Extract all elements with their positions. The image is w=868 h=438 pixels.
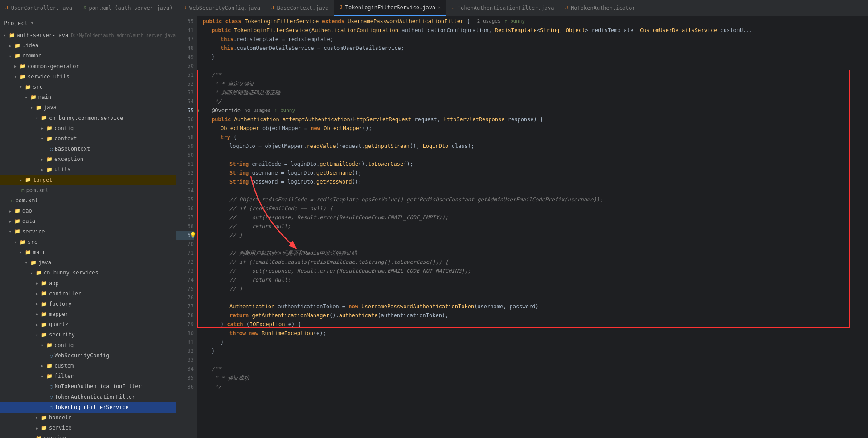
tab-bar: J UserController.java X pom.xml (auth-se… — [0, 0, 868, 16]
project-label: Project — [4, 20, 28, 26]
java-file-icon: ○ — [50, 383, 53, 391]
expand-arrow: ▶ — [9, 218, 14, 225]
expand-arrow: ▶ — [36, 311, 41, 317]
code-container[interactable]: 35 41 47 48 49 50 51 52 53 54 55 56 57 5… — [176, 16, 868, 438]
sidebar-item-service[interactable]: ▾ 📁 service — [0, 227, 176, 237]
sidebar-item-idea[interactable]: ▶ 📁 .idea — [0, 41, 176, 51]
code-line-57: ObjectMapper objectMapper = new ObjectMa… — [197, 124, 868, 133]
code-line-74: // return null; — [197, 275, 868, 284]
folder-icon: 📁 — [41, 331, 47, 339]
sidebar-item-service-outer[interactable]: ▶ 📁 service — [0, 433, 176, 438]
sidebar-item-pom-service-utils[interactable]: m pom.xml — [0, 185, 176, 196]
folder-icon: 📁 — [41, 414, 47, 422]
sidebar-item-websecurity-config[interactable]: ○ WebSecurityConfig — [0, 351, 176, 361]
expand-arrow: ▾ — [41, 373, 46, 380]
tab-usercontroller[interactable]: J UserController.java — [0, 0, 78, 16]
code-line-50 — [197, 61, 868, 70]
sidebar-item-main[interactable]: ▾ 📁 main — [0, 92, 176, 102]
folder-icon: 📁 — [41, 114, 47, 122]
code-line-78: return getAuthenticationManager().authen… — [197, 311, 868, 320]
tab-notokenauthenticator[interactable]: J NoTokenAuthenticator — [560, 0, 641, 16]
sidebar-item-token-auth-filter[interactable]: ○ TokenAuthenticationFilter — [0, 392, 176, 402]
expand-arrow: ▾ — [41, 342, 46, 348]
folder-icon: 📁 — [41, 424, 47, 432]
code-line-49: } — [197, 53, 868, 61]
sidebar-item-context[interactable]: ▾ 📁 context — [0, 134, 176, 144]
sidebar-item-main2[interactable]: ▾ 📁 main — [0, 247, 176, 258]
folder-icon: 📁 — [36, 104, 42, 112]
folder-icon: 📁 — [41, 290, 47, 298]
code-line-58: try { — [197, 133, 868, 142]
expand-arrow: ▾ — [20, 249, 25, 255]
tab-pom-auth[interactable]: X pom.xml (auth-server-java) — [78, 0, 178, 16]
sidebar-item-cn-bunny-common-service[interactable]: ▾ 📁 cn.bunny.common.service — [0, 113, 176, 123]
tab-tokenauthfilter[interactable]: J TokenAuthenticationFilter.java — [446, 0, 560, 16]
sidebar-item-filter[interactable]: ▾ 📁 filter — [0, 371, 176, 381]
sidebar-item-security[interactable]: ▾ 📁 security — [0, 330, 176, 340]
code-line-66: // if (redisEmailCode == null) { — [197, 204, 868, 213]
code-line-86: */ — [197, 382, 868, 391]
sidebar-item-custom[interactable]: ▶ 📁 custom — [0, 361, 176, 371]
expand-arrow: ▾ — [25, 94, 30, 101]
sidebar-item-config[interactable]: ▶ 📁 config — [0, 123, 176, 134]
sidebar-item-java2[interactable]: ▾ 📁 java — [0, 258, 176, 268]
sidebar-item-service-inner[interactable]: ▶ 📁 service — [0, 423, 176, 433]
code-line-84: /** — [197, 364, 868, 373]
java-icon: J — [271, 5, 274, 11]
sidebar-item-root[interactable]: ▾ 📁 auth-server-java D:\MyFolder\auth-ad… — [0, 30, 176, 41]
folder-icon: 📁 — [46, 362, 53, 370]
sidebar-item-common[interactable]: ▾ 📁 common — [0, 51, 176, 61]
folder-icon: 📁 — [25, 249, 31, 257]
sidebar-item-handelr[interactable]: ▶ 📁 handelr — [0, 413, 176, 423]
expand-arrow: ▾ — [36, 332, 41, 338]
tab-close-icon[interactable]: ✕ — [438, 5, 441, 10]
code-line-70 — [197, 240, 868, 249]
code-line-63: String password = loginDto.getPassword()… — [197, 177, 868, 186]
sidebar-item-pom-root[interactable]: m pom.xml — [0, 196, 176, 206]
folder-icon: 📁 — [46, 373, 53, 381]
code-editor[interactable]: public class TokenLoginFilterService ext… — [197, 16, 868, 438]
folder-icon: 📁 — [20, 238, 26, 246]
code-line-68: // return null; — [197, 222, 868, 231]
sidebar-item-target-service-utils[interactable]: ▶ 📁 target — [0, 175, 176, 185]
tab-websecurity[interactable]: J WebSecurityConfig.java — [178, 0, 266, 16]
sidebar-item-aop[interactable]: ▶ 📁 aop — [0, 278, 176, 289]
sidebar-item-utils[interactable]: ▶ 📁 utils — [0, 164, 176, 175]
sidebar-item-data[interactable]: ▶ 📁 data — [0, 216, 176, 226]
code-line-53: * 判断邮箱验证码是否正确 — [197, 88, 868, 97]
sidebar-item-src2[interactable]: ▾ 📁 src — [0, 237, 176, 247]
java-icon: J — [5, 5, 8, 11]
expand-arrow: ▶ — [41, 125, 46, 131]
expand-arrow: ▶ — [36, 414, 41, 421]
tab-basecontext[interactable]: J BaseContext.java — [266, 0, 334, 16]
folder-icon: 📁 — [14, 207, 20, 215]
sidebar-item-controller[interactable]: ▶ 📁 controller — [0, 289, 176, 299]
sidebar-item-basecontext[interactable]: ○ BaseContext — [0, 144, 176, 154]
sidebar-item-notoken-filter[interactable]: ○ NoTokenAuthenticationFilter — [0, 381, 176, 392]
sidebar-item-security-config[interactable]: ▾ 📁 config — [0, 340, 176, 351]
code-line-82: } — [197, 347, 868, 356]
expand-arrow: ▾ — [36, 115, 41, 121]
code-line-55: ● @Override no usages ↑ bunny — [197, 106, 868, 115]
sidebar-item-exception[interactable]: ▶ 📁 exception — [0, 154, 176, 164]
code-line-85: * * 验证成功 — [197, 373, 868, 382]
code-line-48: this.customUserDetailsService = customUs… — [197, 44, 868, 53]
sidebar-item-quartz[interactable]: ▶ 📁 quartz — [0, 319, 176, 330]
sidebar-item-cn-bunny-services[interactable]: ▾ 📁 cn.bunny.services — [0, 268, 176, 278]
sidebar-item-factory[interactable]: ▶ 📁 factory — [0, 299, 176, 309]
project-dropdown-icon[interactable]: ▾ — [31, 20, 34, 26]
code-line-79: } catch (IOException e) { — [197, 320, 868, 329]
sidebar-item-token-login-filter[interactable]: ○ TokenLoginFilterService — [0, 402, 176, 413]
sidebar-item-dao[interactable]: ▶ 📁 dao — [0, 206, 176, 216]
code-line-76 — [197, 293, 868, 302]
sidebar-item-mapper[interactable]: ▶ 📁 mapper — [0, 309, 176, 319]
sidebar-item-src[interactable]: ▾ 📁 src — [0, 82, 176, 92]
sidebar-item-service-utils[interactable]: ▾ 📁 service-utils — [0, 72, 176, 82]
tab-tokenloginfilter[interactable]: J TokenLoginFilterService.java ✕ — [334, 0, 446, 16]
xml-icon: m — [11, 197, 14, 205]
expand-arrow: ▶ — [36, 291, 41, 297]
code-line-81: } — [197, 338, 868, 347]
sidebar-item-common-generator[interactable]: ▶ 📁 common-generator — [0, 61, 176, 72]
sidebar-item-java[interactable]: ▾ 📁 java — [0, 102, 176, 113]
expand-arrow: ▾ — [14, 74, 20, 80]
